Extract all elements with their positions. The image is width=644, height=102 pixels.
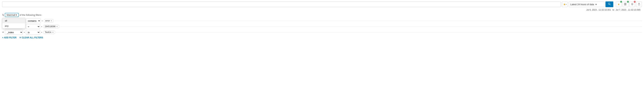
date-range-row: Jul 6, 2023 , 11:32:10.001 to Jul 7, 202… xyxy=(2,9,642,11)
filter-3-line xyxy=(56,32,642,32)
chevron-icon-2: ▾ xyxy=(42,20,43,22)
search-input[interactable] xyxy=(2,2,561,7)
save-star-toolbar-button[interactable]: ★ + xyxy=(616,2,622,7)
star-filled-icon: ★ xyxy=(618,3,620,6)
save-search-star-button[interactable]: ★ ▾ xyxy=(562,2,568,7)
filter-2-value: 284518096 ✕ xyxy=(43,25,60,28)
clear-filters-button[interactable]: ✕ CLEAR ALL FILTERS xyxy=(19,36,43,39)
svg-rect-2 xyxy=(624,3,625,5)
export-button[interactable] xyxy=(636,2,642,7)
date-to: Jul 7, 2023 , 11:32:10.565 xyxy=(616,9,640,11)
filter-3-tag-remove[interactable]: ✕ xyxy=(52,31,54,33)
filter-2-value-text: 284518096 xyxy=(45,25,56,28)
date-separator: to xyxy=(612,9,614,11)
filter-3-field[interactable]: _index xyxy=(5,30,23,35)
export-icon xyxy=(638,3,640,6)
columns-icon xyxy=(624,3,627,6)
filter-2-operator[interactable]: = xyxy=(26,24,40,29)
search-icon xyxy=(608,3,611,6)
filter-1-value: error ✕ xyxy=(44,19,54,23)
svg-rect-3 xyxy=(626,3,626,5)
filter-row-2: ✕ __W... ▾ = ▾ 284518096 ✕ xyxy=(2,24,642,29)
toolbar-right: ★ + + ▾ xyxy=(616,2,642,7)
filter-1-operator[interactable]: contains xyxy=(26,18,41,23)
match-any-option[interactable]: any xyxy=(2,23,25,28)
sort-icon: ⇅ xyxy=(2,14,4,16)
star-icon: ★ xyxy=(563,3,566,6)
match-all-button[interactable]: Matchall ▾ xyxy=(5,13,19,17)
match-dropdown-menu: all any xyxy=(2,18,25,29)
chevron-icon-6: ▾ xyxy=(41,31,42,33)
filter-row-1: ✕ text ▾ contains ▾ error ✕ xyxy=(2,18,642,23)
filter-3-operator[interactable]: is xyxy=(26,30,40,35)
filter-3-value: TestUx ✕ xyxy=(43,30,55,34)
add-filter-button[interactable]: + ADD FILTER xyxy=(2,36,16,39)
search-input-wrapper xyxy=(2,2,561,7)
alerts-button[interactable]: ▾ xyxy=(629,2,635,7)
filter-3-value-text: TestUx xyxy=(45,31,52,33)
date-from: Jul 6, 2023 , 11:32:10.001 xyxy=(586,9,611,11)
dropdown-chevron-icon: ▾ xyxy=(16,14,17,16)
bell-icon xyxy=(631,3,634,6)
time-range-selector[interactable]: Latest 24 hours of data ▾ xyxy=(569,2,604,7)
columns-button[interactable]: + xyxy=(622,2,628,7)
filter-header: ⇅ Matchall ▾ of the following filters: a… xyxy=(2,13,642,17)
filter-of-label: of the following filters: xyxy=(20,14,42,16)
match-all-option[interactable]: all xyxy=(2,18,25,23)
close-icon-3: ✕ xyxy=(2,31,4,33)
filter-row-3: ✕ _index ▾ is ▾ TestUx ✕ xyxy=(2,30,642,35)
chevron-down-icon: ▾ xyxy=(596,3,597,6)
chevron-icon-5: ▾ xyxy=(24,31,25,33)
svg-line-1 xyxy=(610,4,610,5)
match-label: Matchall xyxy=(6,14,15,16)
filter-1-tag-remove[interactable]: ✕ xyxy=(50,20,52,22)
chevron-icon: ▾ xyxy=(566,4,566,5)
star-badge: + xyxy=(620,1,622,3)
search-button[interactable] xyxy=(606,2,613,7)
columns-badge: + xyxy=(627,1,629,3)
time-range-label: Latest 24 hours of data xyxy=(570,3,594,6)
filter-actions: + ADD FILTER ✕ CLEAR ALL FILTERS xyxy=(2,36,642,39)
filter-1-value-text: error xyxy=(45,20,50,22)
chevron-icon-4: ▾ xyxy=(41,26,42,28)
filter-2-tag-remove[interactable]: ✕ xyxy=(56,25,58,28)
alert-badge: ▾ xyxy=(634,1,636,3)
filter-3-remove[interactable]: ✕ xyxy=(2,31,4,33)
